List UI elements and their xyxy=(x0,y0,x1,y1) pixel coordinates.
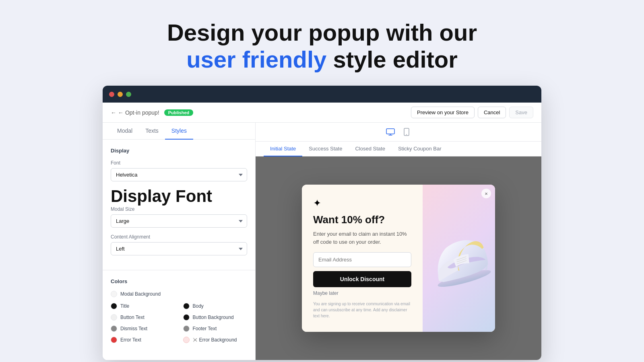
error-bg-label: Error Background xyxy=(199,337,237,343)
btn-text-label: Button Text xyxy=(120,315,144,320)
popup-subtext: Enter your email to claim an instant 10%… xyxy=(313,230,411,246)
colors-section-label: Colors xyxy=(111,278,247,284)
modal-bg-swatch xyxy=(111,291,117,297)
color-grid: Title Body xyxy=(111,303,247,343)
popup-left-content: ✦ Want 10% off? Enter your email to clai… xyxy=(302,185,423,332)
published-badge: Published xyxy=(164,109,194,116)
main-layout: Modal Texts Styles Display Font Helvetic… xyxy=(103,123,541,360)
save-button[interactable]: Save xyxy=(509,107,533,118)
footer-swatch xyxy=(183,325,190,332)
browser-titlebar xyxy=(103,86,541,103)
popup-right-image xyxy=(423,185,495,332)
color-row-error-text[interactable]: Error Text xyxy=(111,337,175,343)
error-text-swatch xyxy=(111,337,117,343)
color-row-footer-text[interactable]: Footer Text xyxy=(183,325,248,332)
content-alignment-label: Content Alignment xyxy=(111,234,247,240)
svg-point-4 xyxy=(406,134,407,135)
hero-line2-rest: style editor xyxy=(333,46,457,72)
dismiss-swatch xyxy=(111,325,117,332)
window-maximize-dot[interactable] xyxy=(126,92,131,97)
popup-icon: ✦ xyxy=(313,197,411,209)
btn-text-swatch xyxy=(111,314,117,321)
color-row-dismiss-text[interactable]: Dismiss Text xyxy=(111,325,175,332)
title-label: Title xyxy=(120,303,129,309)
browser-window: ← ← Opt-in popup! Published Preview on y… xyxy=(103,86,541,360)
left-panel: Modal Texts Styles Display Font Helvetic… xyxy=(103,123,256,360)
window-close-dot[interactable] xyxy=(109,92,114,97)
error-bg-container: Error Background xyxy=(193,337,237,343)
svg-rect-2 xyxy=(386,129,394,134)
error-bg-swatch xyxy=(183,337,190,343)
popup-modal: × ✦ Want 10% off? Enter your email to cl… xyxy=(302,185,495,332)
color-row-button-bg[interactable]: Button Background xyxy=(183,314,248,321)
preview-button[interactable]: Preview on your Store xyxy=(411,107,475,118)
btn-bg-swatch xyxy=(183,314,190,321)
tab-texts[interactable]: Texts xyxy=(139,123,165,140)
hero-line2: user friendly style editor xyxy=(167,46,477,73)
popup-cta-button[interactable]: Unlock Discount xyxy=(313,271,411,287)
hero-line2-blue: user friendly xyxy=(186,46,326,72)
footer-label: Footer Text xyxy=(193,326,217,331)
scissors-icon xyxy=(193,337,198,342)
error-text-label: Error Text xyxy=(120,337,141,343)
mobile-device-icon[interactable] xyxy=(400,126,413,138)
popup-maybe-label[interactable]: Maybe later xyxy=(313,290,411,296)
state-tabs: Initial State Success State Closed State… xyxy=(256,142,541,156)
display-section-label: Display xyxy=(111,148,247,154)
popup-heading: Want 10% off? xyxy=(313,214,411,226)
popup-disclaimer: You are signing up to receive communicat… xyxy=(313,301,411,319)
state-tab-success[interactable]: Success State xyxy=(302,142,349,156)
modal-bg-label: Modal Background xyxy=(120,291,161,297)
hero-line1: Design your popup with our xyxy=(167,19,477,46)
title-swatch xyxy=(111,303,117,309)
svg-point-0 xyxy=(193,338,194,339)
color-row-error-bg[interactable]: Error Background xyxy=(183,337,248,343)
font-select[interactable]: Helvetica Arial Georgia xyxy=(111,168,247,181)
page-title: ← Opt-in popup! xyxy=(118,109,159,116)
state-tab-initial[interactable]: Initial State xyxy=(264,142,302,156)
app-content: ← ← Opt-in popup! Published Preview on y… xyxy=(103,103,541,360)
popup-email-input[interactable] xyxy=(313,252,411,267)
modal-size-label: Modal Size xyxy=(111,206,247,212)
display-font-preview: Display Font xyxy=(111,188,247,205)
back-button[interactable]: ← ← Opt-in popup! xyxy=(111,109,159,116)
right-panel: Initial State Success State Closed State… xyxy=(256,123,541,360)
colors-section: Colors Modal Background Title xyxy=(103,270,255,351)
preview-area: × ✦ Want 10% off? Enter your email to cl… xyxy=(256,156,541,360)
dismiss-label: Dismiss Text xyxy=(120,326,147,331)
preview-toolbar xyxy=(256,123,541,142)
top-bar: ← ← Opt-in popup! Published Preview on y… xyxy=(103,103,541,123)
cancel-button[interactable]: Cancel xyxy=(478,107,506,118)
state-tab-sticky[interactable]: Sticky Coupon Bar xyxy=(392,142,448,156)
editor-tabs: Modal Texts Styles xyxy=(103,123,255,140)
desktop-device-icon[interactable] xyxy=(384,126,396,138)
font-label: Font xyxy=(111,160,247,166)
tab-modal[interactable]: Modal xyxy=(111,123,139,140)
content-alignment-select[interactable]: Left Center Right xyxy=(111,242,247,255)
btn-bg-label: Button Background xyxy=(193,315,234,320)
tab-styles[interactable]: Styles xyxy=(165,123,193,140)
body-swatch xyxy=(183,303,190,309)
color-row-title[interactable]: Title xyxy=(111,303,175,309)
modal-size-select[interactable]: Large Medium Small xyxy=(111,214,247,228)
color-row-modal-bg[interactable]: Modal Background xyxy=(111,291,247,297)
window-minimize-dot[interactable] xyxy=(118,92,123,97)
color-row-button-text[interactable]: Button Text xyxy=(111,314,175,321)
sneaker-illustration xyxy=(423,214,495,302)
color-row-body[interactable]: Body xyxy=(183,303,248,309)
svg-point-1 xyxy=(193,341,194,342)
panel-content: Display Font Helvetica Arial Georgia Dis… xyxy=(103,140,255,270)
back-arrow-icon: ← xyxy=(111,109,116,116)
body-label: Body xyxy=(193,303,204,309)
hero-section: Design your popup with our user friendly… xyxy=(167,19,477,73)
state-tab-closed[interactable]: Closed State xyxy=(349,142,391,156)
